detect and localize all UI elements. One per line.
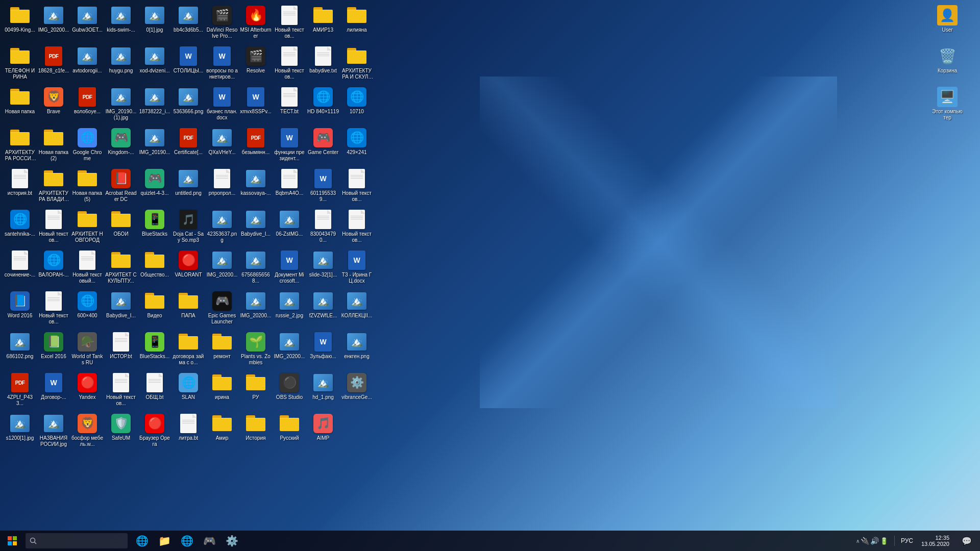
desktop-icon-row2-12[interactable]: 🦁 Brave [37, 85, 70, 126]
desktop-icon-row7-12[interactable]: 🎮 Epic Games Launcher [205, 289, 239, 330]
desktop-icon-row2-3[interactable]: 🏔️ huygu.png [104, 44, 138, 85]
desktop-icon-row3-7[interactable]: ТЕСТ.bt [273, 85, 306, 126]
desktop-icon-row6-7[interactable]: сочинение-... [3, 248, 37, 289]
desktop-icon-row3-5[interactable]: W бизнес план.docx [205, 85, 239, 126]
desktop-icon-row10-4[interactable]: 🏔️ НАЗВАНИЯ РОСИИ.jpg [37, 411, 70, 452]
desktop-icon-row1-11[interactable]: лилияна [340, 3, 374, 44]
desktop-icon-row10-3[interactable]: 🏔️ s1200[1].jpg [3, 411, 37, 452]
desktop-icon-row4-3[interactable]: PDF Certificate[... [172, 126, 205, 166]
desktop-icon-row4-4[interactable]: 🏔️ QXaVHeY... [205, 126, 239, 166]
desktop-icon-row6-6[interactable]: Новый текстов... [340, 207, 374, 248]
desktop-icon-right-r1[interactable]: 👤 User [917, 3, 978, 44]
desktop-icon-row8-3[interactable]: 🏔️ fZVZWfLE... [306, 289, 340, 330]
desktop-icon-row7-10[interactable]: Видео [138, 289, 172, 330]
desktop-icon-row7-5[interactable]: W ТЗ - Ирина ГЦ.docx [340, 248, 374, 289]
desktop-icon-row8-2[interactable]: 🏔️ russie_2.jpg [273, 289, 306, 330]
desktop-icon-row2-8[interactable]: Новый текстов... [273, 44, 306, 85]
desktop-icon-row1-9[interactable]: Новый текстов... [273, 3, 306, 44]
desktop-icon-row4-12[interactable]: 📕 Acrobat Reader DC [104, 166, 138, 207]
desktop-icon-row10-7[interactable]: 🔴 Браузер Opera [138, 411, 172, 452]
desktop-icon-row9-4[interactable]: PDF 4ZPLf_P433... [3, 370, 37, 411]
desktop-icon-row5-9[interactable]: Новый текстов... [37, 207, 70, 248]
desktop-icon-row1-6[interactable]: 🏔️ bb4c3d6b5... [172, 3, 205, 44]
desktop-icon-row8-8[interactable]: ИСТОР.bt [104, 330, 138, 370]
desktop-icon-row10-11[interactable]: Русский [273, 411, 306, 452]
desktop-icon-row6-8[interactable]: 🌐 ВАЛОРАН-... [37, 248, 70, 289]
volume-icon[interactable]: 🔊 [870, 537, 879, 545]
desktop-icon-row4-8[interactable]: 🌐 429×241 [340, 126, 374, 166]
desktop-icon-row7-11[interactable]: ПАПА [172, 289, 205, 330]
desktop-icon-row6-2[interactable]: 🏔️ 42353637.png [205, 207, 239, 248]
desktop-icon-row10-1[interactable]: 🏔️ hd_1.png [306, 370, 340, 411]
desktop-icon-row9-8[interactable]: ОБЩ.bt [138, 370, 172, 411]
desktop-icon-row5-7[interactable]: Новый текстов... [340, 166, 374, 207]
desktop-icon-row10-9[interactable]: Амир [205, 411, 239, 452]
desktop-icon-row9-7[interactable]: Новый текстов... [104, 370, 138, 411]
desktop-icon-row3-11[interactable]: Новая папка (2) [37, 126, 70, 166]
desktop-icon-row4-6[interactable]: W функции президент... [273, 126, 306, 166]
desktop-icon-row1-8[interactable]: 🔥 MSI Afterburner [239, 3, 273, 44]
desktop-icon-right-r3[interactable]: 🖥️ Этот компьютер [917, 85, 978, 126]
desktop-icon-row1-2[interactable]: 🏔️ IMG_20200... [37, 3, 70, 44]
start-button[interactable] [0, 531, 24, 551]
desktop-icon-row3-3[interactable]: 🏔️ 18738222_i... [138, 85, 172, 126]
taskbar-explorer[interactable]: 📁 [153, 531, 176, 551]
desktop-icon-row10-8[interactable]: литра.bt [172, 411, 205, 452]
desktop-icon-row7-1[interactable]: 🏔️ IMG_20200... [205, 248, 239, 289]
desktop-icon-row3-4[interactable]: 🏔️ 5363666.png [172, 85, 205, 126]
desktop-icon-row8-4[interactable]: 🏔️ КОЛЛЕКЦII... [340, 289, 374, 330]
desktop-icon-row1-10[interactable]: АМИР13 [306, 3, 340, 44]
desktop-icon-row2-6[interactable]: W вопросы по анкетиров... [205, 44, 239, 85]
desktop-icon-row4-9[interactable]: история.bt [3, 166, 37, 207]
desktop-icon-row5-11[interactable]: ОБОИ [104, 207, 138, 248]
desktop-icon-row9-9[interactable]: 🌐 SLAN [172, 370, 205, 411]
taskbar-steam[interactable]: 🎮 [198, 531, 220, 551]
desktop-icon-row5-5[interactable]: BqbmA4O... [273, 166, 306, 207]
desktop-icon-row2-2[interactable]: 🏔️ avtodorogii... [70, 44, 104, 85]
desktop-icon-row8-10[interactable]: договора займа с о... [172, 330, 205, 370]
desktop-icon-row6-1[interactable]: 🎵 Doja Cat - Say So.mp3 [172, 207, 205, 248]
desktop-icon-row3-10[interactable]: АРХИТЕКТУРА РОССИЯ И... [3, 126, 37, 166]
desktop-icon-row4-11[interactable]: Новая папка (5) [70, 166, 104, 207]
taskbar-settings[interactable]: ⚙️ [220, 531, 243, 551]
desktop-icon-row10-5[interactable]: 🦁 босфор мебель.w... [70, 411, 104, 452]
desktop-icon-row9-10[interactable]: ирина [205, 370, 239, 411]
desktop-icon-row1-4[interactable]: 🏔️ kids-swim-... [104, 3, 138, 44]
desktop-icon-row4-1[interactable]: 🎮 Kingdom-... [104, 126, 138, 166]
taskbar-clock[interactable]: 12:35 13.05.2020 [917, 535, 953, 547]
desktop-icon-row3-1[interactable]: PDF воло6oyе... [70, 85, 104, 126]
keyboard-layout[interactable]: РУС [899, 537, 915, 544]
desktop-icon-row9-12[interactable]: ⚫ OBS Studio [273, 370, 306, 411]
desktop-icon-row9-11[interactable]: РУ [239, 370, 273, 411]
desktop-icon-row4-10[interactable]: АРХИТЕКТУРА ВЛАДИМИР [37, 166, 70, 207]
desktop-icon-row1-1[interactable]: 00499-King... [3, 3, 37, 44]
desktop-icon-row8-7[interactable]: 🪖 World of Tanks RU [70, 330, 104, 370]
desktop-icon-row9-2[interactable]: W Зульфаю... [306, 330, 340, 370]
desktop-icon-row2-9[interactable]: babydive.txt [306, 44, 340, 85]
desktop-icon-row6-9[interactable]: Новый текстовый... [70, 248, 104, 289]
desktop-icon-row7-9[interactable]: 🏔️ Babydive_I... [104, 289, 138, 330]
desktop-icon-row5-6[interactable]: W 6011955339... [306, 166, 340, 207]
desktop-icon-row7-7[interactable]: Новый текстов... [37, 289, 70, 330]
desktop-icon-row9-3[interactable]: 🏔️ енкген.png [340, 330, 374, 370]
desktop-icon-row9-6[interactable]: 🔴 Yandex [70, 370, 104, 411]
desktop-icon-row3-12[interactable]: 🌐 Google Chrome [70, 126, 104, 166]
desktop-icon-row6-11[interactable]: Общество... [138, 248, 172, 289]
desktop-icon-row10-10[interactable]: История [239, 411, 273, 452]
desktop-icon-row7-4[interactable]: 🏔️ slide-32[1]... [306, 248, 340, 289]
taskbar-chrome[interactable]: 🌐 [176, 531, 198, 551]
desktop-icon-row2-11[interactable]: Новая папка [3, 85, 37, 126]
desktop-icon-row5-12[interactable]: 📱 BlueStacks [138, 207, 172, 248]
desktop-icon-row4-5[interactable]: PDF безымянн... [239, 126, 273, 166]
desktop-icon-row2-4[interactable]: 🏔️ xod-dvizeni... [138, 44, 172, 85]
desktop-icon-row10-6[interactable]: 🛡️ SafeUM [104, 411, 138, 452]
desktop-icon-row4-7[interactable]: 🎮 Game Center [306, 126, 340, 166]
notification-center[interactable]: 💬 [955, 531, 978, 551]
desktop-icon-row3-9[interactable]: 🌐 10710 [340, 85, 374, 126]
desktop-icon-row1-12[interactable]: ТЕЛЕФОН ИРИНА [3, 44, 37, 85]
desktop-icon-row3-2[interactable]: 🏔️ IMG_20190... (1).jpg [104, 85, 138, 126]
tray-expand[interactable]: ∧ [856, 538, 860, 544]
desktop-icon-row6-3[interactable]: 🏔️ Babydive_I... [239, 207, 273, 248]
desktop-icon-row7-2[interactable]: 🏔️ 67568656568... [239, 248, 273, 289]
desktop-icon-row3-6[interactable]: W xmvx8SSPv... [239, 85, 273, 126]
